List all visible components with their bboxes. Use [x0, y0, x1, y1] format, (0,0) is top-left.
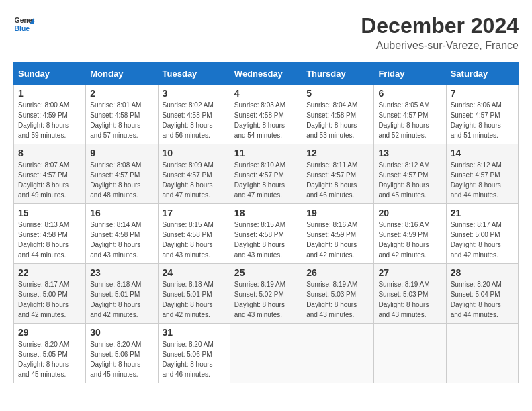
- day-number: 14: [451, 148, 514, 158]
- day-number: 24: [163, 267, 226, 278]
- day-info: Sunrise: 8:18 AMSunset: 5:01 PMDaylight:…: [163, 279, 226, 320]
- day-number: 22: [18, 267, 81, 278]
- calendar-week-3: 15 Sunrise: 8:13 AMSunset: 4:58 PMDaylig…: [14, 204, 519, 264]
- day-number: 15: [18, 208, 81, 218]
- day-info: Sunrise: 8:15 AMSunset: 4:58 PMDaylight:…: [163, 220, 226, 260]
- day-number: 25: [234, 267, 298, 278]
- day-number: 18: [234, 208, 298, 218]
- day-number: 10: [163, 148, 226, 158]
- logo-icon: General Blue: [13, 13, 35, 35]
- day-number: 20: [378, 208, 441, 218]
- logo: General Blue: [13, 13, 35, 35]
- day-info: Sunrise: 8:19 AMSunset: 5:03 PMDaylight:…: [306, 279, 369, 320]
- calendar-cell: 9 Sunrise: 8:08 AMSunset: 4:57 PMDayligh…: [86, 144, 158, 204]
- day-info: Sunrise: 8:12 AMSunset: 4:57 PMDaylight:…: [451, 160, 514, 200]
- calendar-cell: 11 Sunrise: 8:10 AMSunset: 4:57 PMDaylig…: [230, 144, 302, 204]
- calendar-cell: 16 Sunrise: 8:14 AMSunset: 4:58 PMDaylig…: [86, 204, 158, 264]
- day-number: 4: [234, 88, 298, 99]
- header-tuesday: Tuesday: [158, 63, 230, 85]
- day-number: 9: [90, 148, 153, 158]
- day-number: 23: [90, 267, 153, 278]
- calendar-cell: 18 Sunrise: 8:15 AMSunset: 4:58 PMDaylig…: [230, 204, 302, 264]
- day-number: 30: [90, 327, 153, 338]
- calendar-cell: [446, 324, 518, 383]
- day-info: Sunrise: 8:20 AMSunset: 5:06 PMDaylight:…: [90, 339, 153, 379]
- day-info: Sunrise: 8:18 AMSunset: 5:01 PMDaylight:…: [90, 279, 153, 320]
- day-info: Sunrise: 8:04 AMSunset: 4:58 PMDaylight:…: [306, 100, 369, 140]
- calendar-cell: 8 Sunrise: 8:07 AMSunset: 4:57 PMDayligh…: [14, 144, 86, 204]
- day-number: 28: [451, 267, 514, 278]
- day-number: 26: [306, 267, 369, 278]
- calendar-cell: 5 Sunrise: 8:04 AMSunset: 4:58 PMDayligh…: [302, 85, 374, 144]
- day-number: 16: [90, 208, 153, 218]
- day-number: 6: [378, 88, 441, 99]
- header-saturday: Saturday: [446, 63, 518, 85]
- day-info: Sunrise: 8:15 AMSunset: 4:58 PMDaylight:…: [234, 220, 298, 260]
- day-info: Sunrise: 8:07 AMSunset: 4:57 PMDaylight:…: [18, 160, 81, 200]
- calendar-cell: 4 Sunrise: 8:03 AMSunset: 4:58 PMDayligh…: [230, 85, 302, 144]
- day-info: Sunrise: 8:16 AMSunset: 4:59 PMDaylight:…: [306, 220, 369, 260]
- header-sunday: Sunday: [14, 63, 86, 85]
- day-info: Sunrise: 8:20 AMSunset: 5:04 PMDaylight:…: [451, 279, 514, 320]
- day-info: Sunrise: 8:17 AMSunset: 5:00 PMDaylight:…: [451, 220, 514, 260]
- calendar-header-row: Sunday Monday Tuesday Wednesday Thursday…: [14, 63, 519, 85]
- day-info: Sunrise: 8:06 AMSunset: 4:57 PMDaylight:…: [451, 100, 514, 140]
- calendar-cell: 14 Sunrise: 8:12 AMSunset: 4:57 PMDaylig…: [446, 144, 518, 204]
- header-thursday: Thursday: [302, 63, 374, 85]
- calendar-cell: [230, 324, 302, 383]
- calendar-cell: 1 Sunrise: 8:00 AMSunset: 4:59 PMDayligh…: [14, 85, 86, 144]
- calendar-cell: 29 Sunrise: 8:20 AMSunset: 5:05 PMDaylig…: [14, 324, 86, 383]
- day-number: 5: [306, 88, 369, 99]
- day-number: 21: [451, 208, 514, 218]
- calendar-cell: 12 Sunrise: 8:11 AMSunset: 4:57 PMDaylig…: [302, 144, 374, 204]
- day-number: 27: [378, 267, 441, 278]
- calendar-cell: 24 Sunrise: 8:18 AMSunset: 5:01 PMDaylig…: [158, 264, 230, 324]
- day-info: Sunrise: 8:20 AMSunset: 5:05 PMDaylight:…: [18, 339, 81, 379]
- day-info: Sunrise: 8:05 AMSunset: 4:57 PMDaylight:…: [378, 100, 441, 140]
- day-info: Sunrise: 8:01 AMSunset: 4:58 PMDaylight:…: [90, 100, 153, 140]
- calendar-cell: 30 Sunrise: 8:20 AMSunset: 5:06 PMDaylig…: [86, 324, 158, 383]
- day-info: Sunrise: 8:17 AMSunset: 5:00 PMDaylight:…: [18, 279, 81, 320]
- day-number: 19: [306, 208, 369, 218]
- calendar-cell: 31 Sunrise: 8:20 AMSunset: 5:06 PMDaylig…: [158, 324, 230, 383]
- day-number: 1: [18, 88, 81, 99]
- day-number: 7: [451, 88, 514, 99]
- calendar-cell: 28 Sunrise: 8:20 AMSunset: 5:04 PMDaylig…: [446, 264, 518, 324]
- day-info: Sunrise: 8:02 AMSunset: 4:58 PMDaylight:…: [163, 100, 226, 140]
- day-info: Sunrise: 8:10 AMSunset: 4:57 PMDaylight:…: [234, 160, 298, 200]
- day-info: Sunrise: 8:08 AMSunset: 4:57 PMDaylight:…: [90, 160, 153, 200]
- day-info: Sunrise: 8:20 AMSunset: 5:06 PMDaylight:…: [163, 339, 226, 379]
- calendar-cell: 25 Sunrise: 8:19 AMSunset: 5:02 PMDaylig…: [230, 264, 302, 324]
- day-info: Sunrise: 8:19 AMSunset: 5:03 PMDaylight:…: [378, 279, 441, 320]
- header-friday: Friday: [374, 63, 446, 85]
- day-number: 17: [163, 208, 226, 218]
- calendar-cell: [302, 324, 374, 383]
- calendar-cell: 13 Sunrise: 8:12 AMSunset: 4:57 PMDaylig…: [374, 144, 446, 204]
- calendar-cell: 21 Sunrise: 8:17 AMSunset: 5:00 PMDaylig…: [446, 204, 518, 264]
- calendar-cell: 6 Sunrise: 8:05 AMSunset: 4:57 PMDayligh…: [374, 85, 446, 144]
- calendar-cell: 23 Sunrise: 8:18 AMSunset: 5:01 PMDaylig…: [86, 264, 158, 324]
- calendar-cell: 17 Sunrise: 8:15 AMSunset: 4:58 PMDaylig…: [158, 204, 230, 264]
- page-header: General Blue December 2024 Auberives-sur…: [13, 13, 519, 52]
- calendar-cell: 20 Sunrise: 8:16 AMSunset: 4:59 PMDaylig…: [374, 204, 446, 264]
- calendar-week-1: 1 Sunrise: 8:00 AMSunset: 4:59 PMDayligh…: [14, 85, 519, 144]
- calendar-cell: 10 Sunrise: 8:09 AMSunset: 4:57 PMDaylig…: [158, 144, 230, 204]
- calendar-cell: 3 Sunrise: 8:02 AMSunset: 4:58 PMDayligh…: [158, 85, 230, 144]
- header-monday: Monday: [86, 63, 158, 85]
- day-info: Sunrise: 8:19 AMSunset: 5:02 PMDaylight:…: [234, 279, 298, 320]
- calendar-cell: [374, 324, 446, 383]
- calendar-cell: 19 Sunrise: 8:16 AMSunset: 4:59 PMDaylig…: [302, 204, 374, 264]
- month-title: December 2024: [361, 13, 519, 38]
- calendar-week-4: 22 Sunrise: 8:17 AMSunset: 5:00 PMDaylig…: [14, 264, 519, 324]
- calendar-cell: 7 Sunrise: 8:06 AMSunset: 4:57 PMDayligh…: [446, 85, 518, 144]
- title-section: December 2024 Auberives-sur-Vareze, Fran…: [361, 13, 519, 52]
- day-number: 2: [90, 88, 153, 99]
- day-info: Sunrise: 8:12 AMSunset: 4:57 PMDaylight:…: [378, 160, 441, 200]
- day-info: Sunrise: 8:14 AMSunset: 4:58 PMDaylight:…: [90, 220, 153, 260]
- day-info: Sunrise: 8:11 AMSunset: 4:57 PMDaylight:…: [306, 160, 369, 200]
- day-number: 31: [163, 327, 226, 338]
- day-number: 3: [163, 88, 226, 99]
- day-number: 11: [234, 148, 298, 158]
- header-wednesday: Wednesday: [230, 63, 302, 85]
- day-info: Sunrise: 8:09 AMSunset: 4:57 PMDaylight:…: [163, 160, 226, 200]
